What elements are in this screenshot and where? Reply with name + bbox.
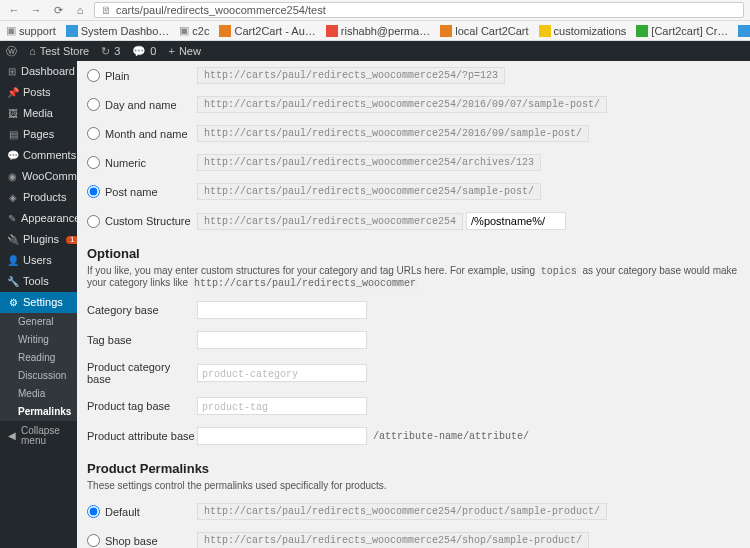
menu-tools[interactable]: 🔧Tools: [0, 271, 77, 292]
updates-link[interactable]: ↻3: [101, 45, 120, 58]
menu-settings[interactable]: ⚙Settings: [0, 292, 77, 313]
plus-icon: +: [168, 45, 174, 57]
optional-desc: If you like, you may enter custom struct…: [87, 265, 740, 289]
favicon: [440, 25, 452, 37]
back-button[interactable]: ←: [6, 2, 22, 18]
bookmark-system-dashboard[interactable]: System Dashbo…: [66, 25, 170, 37]
product-permalinks-heading: Product Permalinks: [87, 461, 740, 476]
radio-postname[interactable]: [87, 185, 100, 198]
wp-admin-bar: ⓦ ⌂Test Store ↻3 💬0 +New: [0, 41, 750, 61]
radio-custom[interactable]: [87, 215, 100, 228]
page-icon: 🗎: [101, 3, 112, 17]
submenu-writing[interactable]: Writing: [0, 331, 77, 349]
favicon: [738, 25, 750, 37]
submenu-discussion[interactable]: Discussion: [0, 367, 77, 385]
new-content-link[interactable]: +New: [168, 45, 200, 57]
permalink-plain-label[interactable]: Plain: [87, 69, 197, 82]
main-content: Plain http://carts/paul/redirects_woocom…: [77, 61, 750, 548]
menu-pages[interactable]: ▤Pages: [0, 124, 77, 145]
example-url-code: http://carts/paul/redirects_woocommer: [191, 278, 419, 289]
radio-numeric[interactable]: [87, 156, 100, 169]
radio-plain[interactable]: [87, 69, 100, 82]
tag-base-input[interactable]: [197, 331, 367, 349]
wordpress-icon: ⓦ: [6, 44, 17, 59]
admin-menu: ⊞Dashboard 📌Posts 🖼Media ▤Pages 💬Comment…: [0, 61, 77, 548]
product-category-base-input[interactable]: [197, 364, 367, 382]
favicon: [66, 25, 78, 37]
permalink-postname-label[interactable]: Post name: [87, 185, 197, 198]
tag-base-row: Tag base: [87, 325, 740, 355]
product-attribute-base-input[interactable]: [197, 427, 367, 445]
bookmark-cart2cart-cr[interactable]: [Cart2cart] Cr…: [636, 25, 728, 37]
menu-appearance[interactable]: ✎Appearance: [0, 208, 77, 229]
radio-monthname[interactable]: [87, 127, 100, 140]
bookmark-carttocart[interactable]: [CARTTOCART-]: [738, 25, 750, 37]
wp-logo[interactable]: ⓦ: [6, 44, 17, 59]
woo-icon: ◉: [8, 172, 17, 182]
tag-base-label: Tag base: [87, 334, 197, 346]
pp-shopbase-label[interactable]: Shop base: [87, 534, 197, 547]
user-icon: 👤: [8, 256, 18, 266]
url-text: carts/paul/redirects_woocommerce254/test: [116, 3, 326, 17]
update-icon: ↻: [101, 45, 110, 58]
plugin-icon: 🔌: [8, 235, 18, 245]
pin-icon: 📌: [8, 88, 18, 98]
submenu-permalinks[interactable]: Permalinks: [0, 403, 77, 421]
pp-default-row: Default http://carts/paul/redirects_wooc…: [87, 497, 740, 526]
pp-default-label[interactable]: Default: [87, 505, 197, 518]
bookmark-c2c[interactable]: ▣c2c: [179, 24, 209, 37]
submenu-general[interactable]: General: [0, 313, 77, 331]
comments-link[interactable]: 💬0: [132, 45, 156, 58]
permalink-custom-base: http://carts/paul/redirects_woocommerce2…: [197, 213, 463, 230]
permalink-dayname-label[interactable]: Day and name: [87, 98, 197, 111]
folder-icon: ▣: [6, 24, 16, 37]
menu-comments[interactable]: 💬Comments: [0, 145, 77, 166]
optional-heading: Optional: [87, 246, 740, 261]
bookmark-rishabh[interactable]: rishabh@perma…: [326, 25, 430, 37]
url-bar[interactable]: 🗎 carts/paul/redirects_woocommerce254/te…: [94, 2, 744, 18]
menu-users[interactable]: 👤Users: [0, 250, 77, 271]
submenu-reading[interactable]: Reading: [0, 349, 77, 367]
radio-pp-shopbase[interactable]: [87, 534, 100, 547]
reload-button[interactable]: ⟳: [50, 2, 66, 18]
menu-media[interactable]: 🖼Media: [0, 103, 77, 124]
radio-pp-default[interactable]: [87, 505, 100, 518]
product-category-base-row: Product category base: [87, 355, 740, 391]
menu-products[interactable]: ◈Products: [0, 187, 77, 208]
plugin-update-badge: 1: [66, 236, 77, 244]
pp-shopbase-example: http://carts/paul/redirects_woocommerce2…: [197, 532, 589, 548]
radio-dayname[interactable]: [87, 98, 100, 111]
product-tag-base-label: Product tag base: [87, 400, 197, 412]
bookmark-customizations[interactable]: customizations: [539, 25, 627, 37]
collapse-menu[interactable]: ◀Collapse menu: [0, 421, 77, 451]
permalink-monthname-example: http://carts/paul/redirects_woocommerce2…: [197, 125, 589, 142]
favicon: [326, 25, 338, 37]
settings-submenu: General Writing Reading Discussion Media…: [0, 313, 77, 421]
bookmark-cart2cart-au[interactable]: Cart2Cart - Au…: [219, 25, 315, 37]
page-icon: ▤: [8, 130, 18, 140]
media-icon: 🖼: [8, 109, 18, 119]
menu-plugins[interactable]: 🔌Plugins1: [0, 229, 77, 250]
menu-dashboard[interactable]: ⊞Dashboard: [0, 61, 77, 82]
home-button[interactable]: ⌂: [72, 2, 88, 18]
tools-icon: 🔧: [8, 277, 18, 287]
menu-posts[interactable]: 📌Posts: [0, 82, 77, 103]
permalink-custom-input[interactable]: [466, 212, 566, 230]
permalink-numeric-label[interactable]: Numeric: [87, 156, 197, 169]
site-name-link[interactable]: ⌂Test Store: [29, 45, 89, 57]
category-base-input[interactable]: [197, 301, 367, 319]
forward-button[interactable]: →: [28, 2, 44, 18]
bookmark-support[interactable]: ▣support: [6, 24, 56, 37]
permalink-plain-example: http://carts/paul/redirects_woocommerce2…: [197, 67, 505, 84]
category-base-label: Category base: [87, 304, 197, 316]
permalink-monthname-label[interactable]: Month and name: [87, 127, 197, 140]
menu-woocommerce[interactable]: ◉WooCommerce: [0, 166, 77, 187]
product-icon: ◈: [8, 193, 18, 203]
product-tag-base-input[interactable]: [197, 397, 367, 415]
bookmark-local-cart2cart[interactable]: local Cart2Cart: [440, 25, 528, 37]
submenu-media[interactable]: Media: [0, 385, 77, 403]
permalink-postname-row: Post name http://carts/paul/redirects_wo…: [87, 177, 740, 206]
permalink-custom-label[interactable]: Custom Structure: [87, 215, 197, 228]
favicon: [539, 25, 551, 37]
permalink-custom-row: Custom Structure http://carts/paul/redir…: [87, 206, 740, 236]
